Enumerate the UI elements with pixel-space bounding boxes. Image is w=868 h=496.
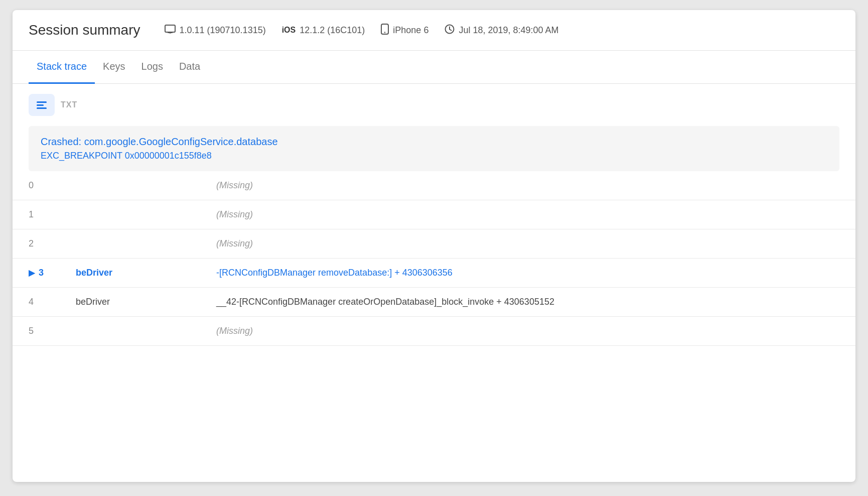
ios-meta: iOS 12.1.2 (16C101) [282,25,365,36]
crash-title: Crashed: com.google.GoogleConfigService.… [41,136,827,148]
ios-version-text: 12.1.2 (16C101) [300,25,365,36]
timestamp-meta: Jul 18, 2019, 8:49:00 AM [445,24,558,37]
crash-info-box: Crashed: com.google.GoogleConfigService.… [29,126,839,171]
svg-point-2 [384,32,385,33]
page-title: Session summary [29,22,140,38]
main-card: Session summary 1.0.11 (190710.1315) iOS… [13,10,855,482]
device-text: iPhone 6 [393,25,428,36]
row-method: (Missing) [200,229,855,259]
tab-stack-trace[interactable]: Stack trace [29,51,95,84]
session-header: Session summary 1.0.11 (190710.1315) iOS… [13,10,855,51]
list-view-button[interactable] [29,94,55,116]
row-method: (Missing) [200,171,855,200]
row-method: (Missing) [200,317,855,346]
row-module [60,229,200,259]
device-meta: iPhone 6 [381,24,428,37]
tab-logs[interactable]: Logs [133,51,171,84]
row-module [60,200,200,229]
row-method: __42-[RCNConfigDBManager createOrOpenDat… [200,288,855,317]
row-module [60,317,200,346]
table-row: 4 beDriver __42-[RCNConfigDBManager crea… [13,288,855,317]
row-number: 1 [13,200,60,229]
row-module: beDriver [60,288,200,317]
table-row: 1 (Missing) [13,200,855,229]
header-meta: 1.0.11 (190710.1315) iOS 12.1.2 (16C101)… [165,24,559,37]
table-row: 0 (Missing) [13,171,855,200]
tab-keys[interactable]: Keys [95,51,133,84]
ios-icon: iOS [282,26,296,35]
row-number: 4 [13,288,60,317]
row-number: ▶3 [13,259,60,288]
timestamp-text: Jul 18, 2019, 8:49:00 AM [459,25,558,36]
row-number: 5 [13,317,60,346]
txt-view-button[interactable]: TXT [61,100,77,109]
table-row: 2 (Missing) [13,229,855,259]
version-text: 1.0.11 (190710.1315) [180,25,266,36]
tabs-bar: Stack trace Keys Logs Data [13,51,855,84]
view-toolbar: TXT [13,84,855,126]
svg-rect-0 [165,25,175,32]
row-module: beDriver [60,259,200,288]
highlighted-arrow-icon: ▶ [29,269,35,277]
row-number: 0 [13,171,60,200]
row-method: (Missing) [200,200,855,229]
list-icon [37,101,47,109]
row-method: -[RCNConfigDBManager removeDatabase:] + … [200,259,855,288]
crash-code: EXC_BREAKPOINT 0x00000001c155f8e8 [41,151,827,161]
row-module [60,171,200,200]
row-number: 2 [13,229,60,259]
version-icon [165,25,176,36]
version-meta: 1.0.11 (190710.1315) [165,25,266,36]
phone-icon [381,24,389,37]
tab-data[interactable]: Data [171,51,208,84]
table-row-highlighted: ▶3 beDriver -[RCNConfigDBManager removeD… [13,259,855,288]
clock-icon [445,24,455,37]
stack-trace-table: 0 (Missing) 1 (Missing) 2 (Missing) ▶3 [13,171,855,346]
table-row: 5 (Missing) [13,317,855,346]
